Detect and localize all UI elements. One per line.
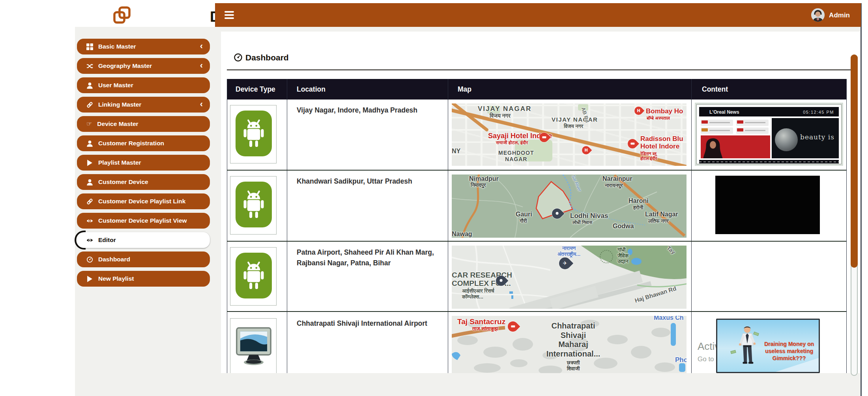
page-title: Dashboard bbox=[245, 53, 289, 62]
sidebar-item-user-master[interactable]: User Master bbox=[77, 77, 210, 93]
snippet-line bbox=[745, 122, 765, 123]
sidebar-item-device-master[interactable]: ☞Device Master bbox=[77, 116, 210, 132]
news-snippet bbox=[736, 120, 769, 126]
bed-glyph bbox=[542, 137, 546, 139]
grid-icon bbox=[86, 43, 93, 50]
sidebar-item-customer-device-playlist-view[interactable]: Customer Device Playlist View bbox=[77, 213, 210, 229]
thumb-headline: beauty is bbox=[800, 133, 834, 141]
sidebar-item-editor[interactable]: Editor bbox=[77, 232, 210, 248]
snippet-line bbox=[709, 130, 730, 131]
link-icon bbox=[86, 101, 93, 108]
map-label: VIJAY NAGAR bbox=[478, 105, 531, 113]
sidebar-item-playlist-master[interactable]: Playlist Master bbox=[77, 155, 210, 171]
logo-area: Drishyam bbox=[75, 3, 215, 27]
sidebar-item-basic-master[interactable]: Basic Master‹ bbox=[77, 39, 210, 54]
snippet-tag bbox=[702, 128, 708, 131]
map-label: Maxus Ch bbox=[654, 316, 684, 321]
sidebar-item-new-playlist[interactable]: New Playlist bbox=[77, 271, 210, 287]
play-icon bbox=[86, 276, 93, 282]
sidebar-item-label: Customer Device bbox=[98, 178, 148, 186]
gauge-icon bbox=[234, 53, 243, 62]
bed-glyph bbox=[511, 326, 515, 328]
snippet-tag bbox=[737, 128, 743, 131]
sidebar-item-label: Linking Master bbox=[98, 101, 141, 108]
map-label: Lodhi Nivas bbox=[570, 212, 608, 220]
map-label-hindi: सयाजी होटल, इंदौर bbox=[496, 140, 528, 145]
monitor-device-icon bbox=[234, 324, 273, 368]
table-border bbox=[227, 79, 227, 373]
table-border bbox=[448, 79, 448, 373]
location-cell: Khandwari Sadikpur, Uttar Pradesh bbox=[297, 176, 445, 187]
sidebar-item-label: New Playlist bbox=[98, 275, 134, 282]
hamburger-menu-icon[interactable] bbox=[224, 10, 235, 20]
news-snippet bbox=[736, 128, 769, 134]
bed-glyph bbox=[630, 143, 634, 145]
device-type-cell bbox=[230, 176, 277, 235]
map-label-hindi: नारायनपुर bbox=[605, 183, 623, 189]
map-label: Nawag bbox=[452, 231, 472, 238]
row-divider bbox=[227, 241, 846, 242]
sidebar-item-customer-registration[interactable]: Customer Registration bbox=[77, 135, 210, 151]
sidebar-item-geography-master[interactable]: Geography Master‹ bbox=[77, 58, 210, 74]
admin-user-label[interactable]: Admin bbox=[829, 11, 850, 19]
column-header-content: Content bbox=[702, 85, 728, 94]
topbar: Admin bbox=[215, 3, 861, 27]
map-thumbnail-khandwari: Nimadpur निमादपुर Narainpur नारायनपुर Ha… bbox=[452, 175, 687, 238]
android-device-icon bbox=[236, 182, 272, 227]
snippet-line bbox=[709, 122, 730, 123]
column-header-device-type: Device Type bbox=[236, 85, 275, 94]
table-header: Device Type Location Map Content bbox=[227, 79, 846, 99]
map-label-hindi: रेडिसन ब्लू होटल इंदौर bbox=[640, 151, 657, 161]
map-label-hindi: लोधी निवास bbox=[572, 220, 592, 225]
map-label-hindi: निमादपुर bbox=[471, 182, 486, 188]
sidebar-item-customer-device[interactable]: Customer Device bbox=[77, 174, 210, 190]
location-cell: Patna Airport, Shaheed Pir Ali Khan Marg… bbox=[297, 247, 451, 268]
sidebar-item-linking-master[interactable]: Linking Master‹ bbox=[77, 97, 210, 113]
h-glyph: H bbox=[637, 109, 640, 113]
map-water bbox=[509, 291, 513, 294]
map-label: Phoe bbox=[675, 356, 687, 364]
user-icon bbox=[86, 140, 93, 147]
user-icon bbox=[86, 179, 93, 186]
woman-silhouette bbox=[702, 136, 724, 158]
sidebar-item-customer-device-playlist-link[interactable]: Customer Device Playlist Link bbox=[77, 193, 210, 209]
device-type-cell bbox=[230, 105, 277, 163]
map-label-hindi: हरोनी bbox=[633, 205, 643, 211]
chevron-left-icon: ‹ bbox=[200, 100, 203, 109]
sidebar-item-label: Customer Registration bbox=[98, 140, 164, 147]
thumb-header-bar: L'Oreal News 05:12:45 PM bbox=[699, 107, 839, 116]
content-thumbnail-cartoon: Draining Money on useless marketing Gimm… bbox=[716, 319, 820, 373]
snippet-tag bbox=[702, 120, 708, 124]
device-type-cell bbox=[230, 318, 277, 373]
sidebar-item-label: User Master bbox=[98, 82, 133, 89]
globe-image bbox=[775, 128, 798, 151]
drishyam-logo-icon bbox=[113, 6, 131, 24]
column-header-map: Map bbox=[458, 85, 471, 94]
row-divider bbox=[227, 311, 846, 312]
sidebar-item-label: Editor bbox=[98, 236, 116, 244]
android-robot-icon bbox=[242, 259, 266, 292]
sidebar-item-label: Customer Device Playlist Link bbox=[98, 198, 185, 205]
android-device-icon bbox=[236, 111, 272, 156]
map-label: Latif Nagar bbox=[645, 211, 678, 218]
android-robot-icon bbox=[242, 116, 266, 150]
divider bbox=[227, 69, 855, 70]
play-icon bbox=[86, 160, 93, 166]
sidebar-item-dashboard[interactable]: Dashboard bbox=[77, 251, 210, 267]
shuffle-icon bbox=[86, 63, 93, 69]
admin-avatar[interactable] bbox=[811, 8, 825, 22]
hand-pointer-icon: ☞ bbox=[86, 121, 92, 127]
sidebar-item-label: Basic Master bbox=[98, 43, 136, 50]
thumb-photo-dark: beauty is bbox=[772, 118, 839, 158]
table-border bbox=[287, 79, 287, 373]
eye-icon bbox=[86, 237, 93, 244]
sidebar-item-label: Geography Master bbox=[98, 62, 152, 69]
map-label: Haroni bbox=[629, 197, 649, 205]
content-thumbnail-black bbox=[715, 176, 820, 234]
vertical-scrollbar-thumb[interactable] bbox=[851, 54, 858, 268]
map-features bbox=[452, 175, 687, 238]
news-snippet bbox=[701, 128, 733, 134]
gauge-icon bbox=[86, 256, 93, 263]
dot-glyph bbox=[500, 280, 503, 282]
android-device-icon bbox=[236, 253, 272, 298]
